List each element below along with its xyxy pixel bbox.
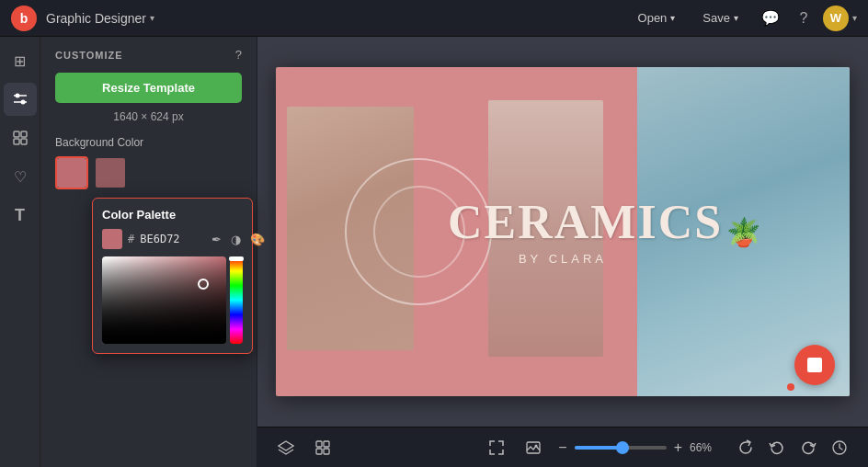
canvas-wrapper[interactable]: 🪴 CERAMICS BY CLARA [257,37,868,427]
bg-color-label: Background Color [55,136,242,149]
canvas-design: 🪴 CERAMICS BY CLARA [276,67,850,396]
canvas-area: 🪴 CERAMICS BY CLARA [257,37,868,467]
panel-title: CUSTOMIZE [55,50,123,61]
svg-point-1 [15,94,19,98]
hex-input[interactable] [140,233,204,245]
sidebar-item-heart[interactable]: ♡ [4,160,37,193]
grid-button[interactable] [309,434,337,461]
panel-header: CUSTOMIZE ? [55,48,242,62]
sidebar-item-layout[interactable]: ⊞ [4,44,37,77]
left-panel: CUSTOMIZE ? Resize Template 1640 × 624 p… [40,37,257,467]
main-area: ⊞ ♡ T CUSTOMIZE ? Resize Template [0,37,868,467]
svg-marker-8 [279,441,293,450]
image-button[interactable] [520,434,547,461]
history-button[interactable] [826,434,853,461]
icon-bar: ⊞ ♡ T [0,37,40,467]
bw-icon-btn[interactable]: ◑ [229,231,243,248]
zoom-out-button[interactable]: − [556,438,568,458]
color-palette-popup: Color Palette # ✒ ◑ 🎨 [92,198,253,354]
topbar-icons: 💬 ? W ▾ [757,5,857,32]
open-button[interactable]: Open ▾ [629,7,685,28]
gradient-picker[interactable] [102,256,226,344]
hue-slider[interactable] [230,256,243,344]
app-logo[interactable]: b [11,6,37,31]
save-button[interactable]: Save ▾ [693,7,748,28]
avatar-wrapper[interactable]: W ▾ [823,6,857,31]
zoom-controls: − + 66% [556,438,723,458]
avatar-chevron: ▾ [852,13,857,23]
design-title: CERAMICS [448,199,678,246]
avatar: W [823,6,849,31]
refresh-button[interactable] [732,434,760,461]
topbar: b Graphic Designer ▾ Open ▾ Save ▾ 💬 ? W… [0,0,868,37]
hex-hash: # [128,233,134,245]
svg-rect-12 [324,449,329,454]
record-inner [807,358,822,372]
svg-rect-11 [316,449,322,454]
design-title-area: CERAMICS BY CLARA [448,199,678,266]
sidebar-item-text[interactable]: T [4,199,37,232]
app-name-label: Graphic Designer [46,11,146,26]
redo-button[interactable] [794,434,822,461]
design-indicator-dot [787,383,794,391]
svg-point-3 [20,100,25,105]
zoom-slider[interactable] [575,446,667,450]
bottom-bar: − + 66% [257,427,868,467]
svg-rect-4 [14,131,19,137]
svg-rect-6 [14,139,19,144]
design-subtitle: BY CLARA [448,252,678,266]
app-name-chevron: ▾ [150,13,154,23]
chat-icon-btn[interactable]: 💬 [757,5,784,32]
layers-button[interactable] [272,434,300,461]
palette-hex-row: # ✒ ◑ 🎨 [102,229,243,249]
eyedropper-icon-btn[interactable]: ✒ [210,231,223,248]
palette-hex-swatch[interactable] [102,229,122,249]
picker-area [102,256,243,344]
help-icon-btn[interactable]: ? [790,5,817,32]
sidebar-item-sliders[interactable] [4,83,37,116]
record-button[interactable] [794,345,835,385]
zoom-in-button[interactable]: + [672,438,684,458]
app-name-button[interactable]: Graphic Designer ▾ [46,11,154,26]
svg-rect-10 [324,441,329,447]
color-swatch-1[interactable] [55,156,88,189]
svg-rect-7 [21,139,27,144]
zoom-label: 66% [690,441,723,454]
zoom-slider-thumb[interactable] [616,441,629,454]
sidebar-item-grid[interactable] [4,121,37,154]
undo-button[interactable] [763,434,791,461]
color-swatch-row [55,156,242,189]
panel-help-icon[interactable]: ? [235,48,242,62]
gradient-dot[interactable] [198,279,209,290]
spectrum-icon-btn[interactable]: 🎨 [248,231,267,248]
expand-button[interactable] [483,434,510,461]
svg-rect-9 [316,441,322,447]
resize-template-button[interactable]: Resize Template [55,73,242,103]
color-swatch-2[interactable] [94,156,127,189]
svg-point-14 [535,444,538,447]
bottom-right-icons [732,434,853,461]
dimension-label: 1640 × 624 px [55,110,242,123]
svg-rect-5 [21,131,27,137]
palette-title: Color Palette [102,208,243,222]
